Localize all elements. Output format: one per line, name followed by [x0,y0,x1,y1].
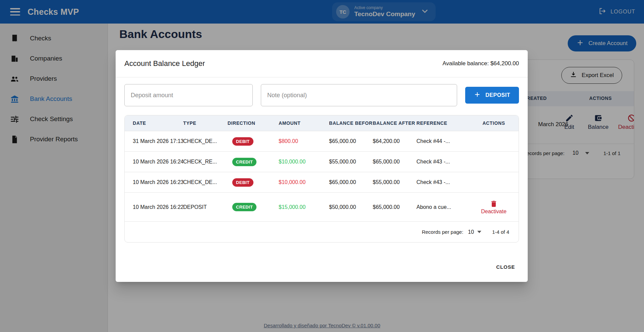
date-cell: 31 March 2026 17:13 [133,138,183,144]
plus-icon [474,91,481,99]
amount-cell: $10,000.00 [279,179,329,185]
close-button[interactable]: CLOSE [493,261,518,273]
reference-cell: Check #44 -... [416,138,474,144]
pagination-range: 1-4 of 4 [492,229,509,235]
date-cell: 10 March 2026 16:22 [133,204,183,210]
reference-cell: Check #43 -... [416,179,474,185]
direction-badge: DEBIT [232,178,253,187]
balance-after-cell: $65,000.00 [373,159,416,165]
balance-before-cell: $65,000.00 [329,138,373,144]
deactivate-button[interactable]: Deactivate [474,200,514,215]
deposit-amount-input[interactable] [124,84,253,106]
available-balance: Available balance: $64,200.00 [443,60,519,67]
amount-cell: $15,000.00 [279,204,329,210]
date-cell: 10 March 2026 16:24 [133,159,183,165]
date-cell: 10 March 2026 16:23 [133,179,183,185]
records-per-page-select[interactable]: 10 [468,229,474,235]
reference-cell: Abono a cue... [416,204,474,210]
direction-badge: CREDIT [232,158,256,166]
ledger-row: 10 March 2026 16:22 DEPOSIT CREDIT $15,0… [125,192,519,221]
trash-icon [490,200,498,208]
type-cell: DEPOSIT [183,204,228,210]
balance-after-cell: $65,000.00 [373,204,416,210]
balance-after-cell: $55,000.00 [373,179,416,185]
type-cell: CHECK_DE... [183,179,228,185]
amount-cell: $800.00 [279,138,329,144]
ledger-row: 31 March 2026 17:13 CHECK_DE... DEBIT $8… [125,131,519,151]
ledger-row: 10 March 2026 16:24 CHECK_RE... CREDIT $… [125,151,519,172]
ledger-table: DATE TYPE DIRECTION AMOUNT BALANCE BEFOR… [124,115,519,243]
account-balance-ledger-modal: Account Balance Ledger Available balance… [116,50,528,282]
balance-before-cell: $65,000.00 [329,179,373,185]
balance-before-cell: $55,000.00 [329,159,373,165]
direction-badge: DEBIT [232,137,253,146]
ledger-pagination: Records per page: 10 1-4 of 4 [125,221,519,242]
note-input[interactable] [261,84,457,106]
ledger-row: 10 March 2026 16:23 CHECK_DE... DEBIT $1… [125,172,519,192]
reference-cell: Check #43 -... [416,159,474,165]
type-cell: CHECK_RE... [183,159,228,165]
deposit-button[interactable]: DEPOSIT [465,87,519,104]
direction-badge: CREDIT [232,203,256,211]
select-caret-icon[interactable] [477,231,481,233]
type-cell: CHECK_DE... [183,138,228,144]
amount-cell: $10,000.00 [279,159,329,165]
balance-after-cell: $64,200.00 [373,138,416,144]
modal-title: Account Balance Ledger [124,59,205,68]
balance-before-cell: $50,000.00 [329,204,373,210]
ledger-header-row: DATE TYPE DIRECTION AMOUNT BALANCE BEFOR… [125,115,519,131]
